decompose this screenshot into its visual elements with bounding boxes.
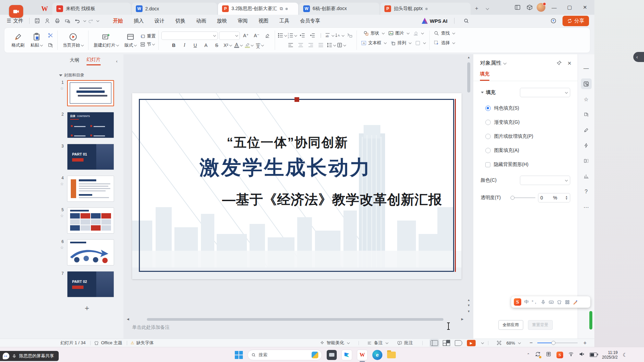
taskbar-app-wps[interactable]: W <box>357 350 368 360</box>
taskbar-search[interactable]: 搜索 <box>248 350 322 360</box>
vertical-scrollbar[interactable]: ▲ ▲ ▼ ▼ <box>467 56 471 315</box>
slide-thumbnail-2[interactable]: 2 目录 CONTENTS <box>50 112 123 138</box>
animation-panel-icon[interactable] <box>581 140 592 151</box>
align-right-button[interactable] <box>307 41 315 49</box>
tab-design[interactable]: 设计 <box>149 16 170 26</box>
taskbar-app-feishu[interactable] <box>341 350 352 360</box>
tab-active-presentation[interactable]: P 3.2陈思思-创新大赛汇 ⧉ <box>218 3 298 15</box>
reset-background-button[interactable]: 重置背景 <box>528 320 553 330</box>
apply-all-button[interactable]: 全部应用 <box>498 320 523 330</box>
start-button[interactable] <box>235 351 243 359</box>
reading-view-button[interactable] <box>455 340 462 346</box>
shapes-button[interactable]: 形状 <box>362 29 385 37</box>
slide-thumbnail-5[interactable]: 5☆ <box>50 207 123 234</box>
bold-button[interactable]: B <box>169 42 178 49</box>
notes-placeholder[interactable]: 单击此处添加备注 <box>132 324 170 330</box>
sync-icon[interactable] <box>535 351 541 358</box>
vertical-scroll-thumb[interactable] <box>467 62 470 93</box>
search-icon[interactable] <box>462 17 471 25</box>
hamburger-icon[interactable]: ☰ <box>7 18 11 24</box>
tab-member[interactable]: 会员专享 <box>294 16 325 26</box>
missing-font-warning[interactable]: ⚠ 缺失字体 <box>130 340 154 346</box>
sogou-logo-icon[interactable]: S <box>514 298 521 306</box>
zoom-in-button[interactable]: ＋ <box>582 340 588 347</box>
help-icon[interactable]: ? <box>581 186 592 197</box>
font-size-combobox[interactable] <box>219 32 240 40</box>
quickbar-dropdown[interactable] <box>97 19 99 22</box>
arrange-button[interactable]: 排列 <box>389 39 412 47</box>
justify-button[interactable] <box>317 41 325 49</box>
close-panel-icon[interactable]: ✕ <box>567 60 572 66</box>
phonetic-guide-button[interactable]: wén文 <box>255 42 264 49</box>
handwriting-icon[interactable] <box>573 300 578 305</box>
volume-muted-icon[interactable] <box>579 351 585 358</box>
text-direction-button[interactable]: ab <box>325 32 334 40</box>
convert-smartart-button[interactable] <box>345 32 354 40</box>
file-menu[interactable]: 文件 <box>13 18 23 24</box>
fill-section-triangle[interactable] <box>481 92 484 94</box>
smart-beautify-button[interactable]: 智能美化 <box>320 340 349 346</box>
format-painter-button[interactable]: 格式刷 <box>9 32 27 49</box>
transparency-slider[interactable] <box>512 197 535 198</box>
zoom-slider-thumb[interactable] <box>551 341 555 345</box>
layout-button[interactable]: 版式 <box>122 32 139 49</box>
chart-panel-icon[interactable] <box>581 171 592 182</box>
prev-slide-icon[interactable]: ▼ <box>467 304 471 307</box>
minimize-button[interactable]: — <box>547 2 561 13</box>
share-button[interactable]: 分享 <box>562 16 589 26</box>
more-panels-icon[interactable]: ⋯ <box>581 202 592 213</box>
cut-button[interactable] <box>46 31 55 39</box>
font-name-combobox[interactable] <box>161 32 218 40</box>
notes-button[interactable]: 备注 <box>367 340 388 346</box>
slide-editor[interactable]: “五位一体”协同创新 激发学生成长动力 —基于《经济法》教学改革创新汇报 <box>132 93 462 279</box>
zoom-value[interactable]: 68% <box>506 341 520 346</box>
next-slide-icon[interactable]: ▼ <box>467 310 471 313</box>
tray-expand-icon[interactable]: ⌃ <box>527 353 530 357</box>
start-from-current-button[interactable]: 当页开始 <box>60 32 86 49</box>
do-not-disturb-icon[interactable]: ☾ <box>623 352 627 358</box>
tab-animation[interactable]: 动画 <box>191 16 211 26</box>
taskbar-app-remote[interactable] <box>327 350 337 360</box>
wps-ai-button[interactable]: WPS AI <box>422 18 447 24</box>
outline-tab[interactable]: 大纲 <box>70 57 79 65</box>
section-button[interactable]: 节 <box>140 41 156 47</box>
transparency-input[interactable]: 0 % ▲▼ <box>538 193 570 202</box>
horizontal-scrollbar[interactable]: ◀ ▶ <box>127 317 464 322</box>
transition-panel-icon[interactable] <box>581 156 592 166</box>
collapse-panel-button[interactable]: ‹ <box>116 59 117 64</box>
tab-slideshow[interactable]: 放映 <box>211 16 232 26</box>
fill-tab[interactable]: 填充 <box>480 71 489 81</box>
skin-icon[interactable] <box>557 300 562 305</box>
star-icon[interactable]: ☆ <box>60 245 64 250</box>
print-button[interactable] <box>53 17 62 25</box>
tab-transition[interactable]: 切换 <box>170 16 191 26</box>
decrease-font-button[interactable]: A⁻ <box>252 32 261 40</box>
taskbar-file-explorer[interactable] <box>387 352 396 358</box>
align-left-button[interactable] <box>286 41 295 49</box>
increase-font-button[interactable]: A⁺ <box>241 32 251 40</box>
wps-home-tab[interactable]: W <box>37 3 52 15</box>
theme-button[interactable]: Office 主题 <box>94 340 122 346</box>
star-icon[interactable]: ☆ <box>60 86 64 91</box>
picture-button[interactable]: 图片 <box>387 29 410 37</box>
toolbox-grid-icon[interactable] <box>565 300 570 305</box>
slide-main-title[interactable]: 激发学生成长动力 <box>168 154 403 181</box>
input-method-toolbar[interactable]: S 中 °， <box>511 296 590 308</box>
scroll-down-icon[interactable]: ▲ <box>467 298 471 302</box>
taskbar-app-edge[interactable]: e <box>372 350 382 360</box>
slideshow-play-button[interactable]: ▶ <box>467 340 476 346</box>
screen-record-badge[interactable] <box>9 5 23 18</box>
solid-fill-radio[interactable]: 纯色填充(S) <box>485 105 570 111</box>
tab-6gao-docx[interactable]: W 6稿-创新赛.docx <box>299 3 379 15</box>
fit-slide-icon[interactable] <box>496 340 502 346</box>
mic-icon[interactable] <box>541 300 546 305</box>
reset-button[interactable]: 重置 <box>140 33 156 39</box>
align-center-button[interactable] <box>297 41 305 49</box>
play-options-dropdown[interactable] <box>481 341 484 344</box>
wifi-icon[interactable] <box>568 351 574 358</box>
spinner[interactable]: ▲▼ <box>565 195 568 200</box>
numbering-button[interactable]: 123 <box>288 32 297 40</box>
new-tab-button[interactable]: ＋ <box>472 3 482 13</box>
pin-icon[interactable] <box>556 60 562 66</box>
bullets-button[interactable] <box>278 32 286 40</box>
